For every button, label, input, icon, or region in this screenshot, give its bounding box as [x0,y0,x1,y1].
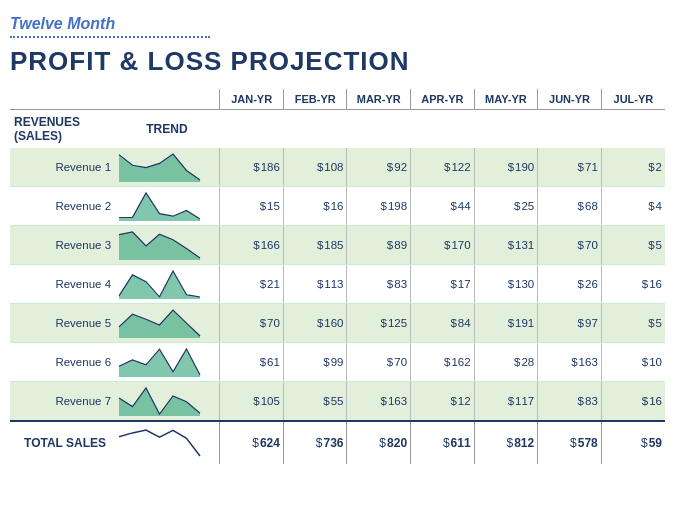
table-row: Revenue 4 $21$113$83$17$130$26$16 [10,265,665,304]
value-cell: $12 [411,382,475,422]
col-jul: JUL-YR [601,89,665,110]
total-value-cell: $820 [347,421,411,464]
value-cell: $55 [283,382,347,422]
table-row: Revenue 7 $105$55$163$12$117$83$16 [10,382,665,422]
total-row: TOTAL SALES $624$736$820$611$812$578$59 [10,421,665,464]
trend-sparkline [114,187,220,226]
value-cell: $17 [411,265,475,304]
row-label: Revenue 4 [10,265,114,304]
row-label: Revenue 2 [10,187,114,226]
col-label-header [10,89,114,110]
value-cell: $160 [283,304,347,343]
value-cell: $185 [283,226,347,265]
col-may: MAY-YR [474,89,538,110]
trend-sparkline [114,343,220,382]
value-cell: $16 [601,382,665,422]
subtitle: Twelve Month [10,15,665,33]
value-cell: $28 [474,343,538,382]
value-cell: $108 [283,148,347,187]
value-cell: $97 [538,304,602,343]
value-cell: $122 [411,148,475,187]
row-label: Revenue 7 [10,382,114,422]
trend-sparkline [114,304,220,343]
value-cell: $84 [411,304,475,343]
value-cell: $166 [220,226,284,265]
table-row: Revenue 2 $15$16$198$44$25$68$4 [10,187,665,226]
value-cell: $186 [220,148,284,187]
total-value-cell: $611 [411,421,475,464]
section-header-row: REVENUES (SALES) TREND [10,110,665,149]
value-cell: $16 [601,265,665,304]
value-cell: $83 [347,265,411,304]
trend-sparkline [114,226,220,265]
page-title: PROFIT & LOSS PROJECTION [10,46,665,77]
col-apr: APR-YR [411,89,475,110]
value-cell: $61 [220,343,284,382]
table-row: Revenue 5 $70$160$125$84$191$97$5 [10,304,665,343]
value-cell: $70 [220,304,284,343]
value-cell: $21 [220,265,284,304]
profit-loss-table: JAN-YR FEB-YR MAR-YR APR-YR MAY-YR JUN-Y… [10,89,665,464]
value-cell: $191 [474,304,538,343]
total-label: TOTAL SALES [10,421,114,464]
divider [10,36,210,38]
value-cell: $4 [601,187,665,226]
value-cell: $170 [411,226,475,265]
col-trend-header [114,89,220,110]
total-value-cell: $736 [283,421,347,464]
section-label: REVENUES (SALES) [10,110,114,149]
table-row: Revenue 6 $61$99$70$162$28$163$10 [10,343,665,382]
col-feb: FEB-YR [283,89,347,110]
trend-sparkline [114,382,220,422]
value-cell: $2 [601,148,665,187]
table-row: Revenue 1 $186$108$92$122$190$71$2 [10,148,665,187]
value-cell: $70 [538,226,602,265]
value-cell: $190 [474,148,538,187]
row-label: Revenue 6 [10,343,114,382]
value-cell: $71 [538,148,602,187]
col-mar: MAR-YR [347,89,411,110]
value-cell: $113 [283,265,347,304]
value-cell: $15 [220,187,284,226]
value-cell: $105 [220,382,284,422]
value-cell: $5 [601,304,665,343]
value-cell: $131 [474,226,538,265]
total-value-cell: $624 [220,421,284,464]
total-sparkline [114,421,220,464]
total-value-cell: $578 [538,421,602,464]
value-cell: $92 [347,148,411,187]
col-jun: JUN-YR [538,89,602,110]
table-header-row: JAN-YR FEB-YR MAR-YR APR-YR MAY-YR JUN-Y… [10,89,665,110]
row-label: Revenue 3 [10,226,114,265]
value-cell: $70 [347,343,411,382]
value-cell: $162 [411,343,475,382]
title-section: Twelve Month [10,15,665,38]
value-cell: $117 [474,382,538,422]
total-value-cell: $59 [601,421,665,464]
value-cell: $83 [538,382,602,422]
value-cell: $26 [538,265,602,304]
value-cell: $130 [474,265,538,304]
value-cell: $68 [538,187,602,226]
table-row: Revenue 3 $166$185$89$170$131$70$5 [10,226,665,265]
value-cell: $44 [411,187,475,226]
value-cell: $10 [601,343,665,382]
row-label: Revenue 1 [10,148,114,187]
value-cell: $16 [283,187,347,226]
value-cell: $163 [347,382,411,422]
value-cell: $89 [347,226,411,265]
value-cell: $5 [601,226,665,265]
trend-sparkline [114,265,220,304]
col-jan: JAN-YR [220,89,284,110]
value-cell: $25 [474,187,538,226]
data-table-wrapper: JAN-YR FEB-YR MAR-YR APR-YR MAY-YR JUN-Y… [10,89,665,464]
trend-sparkline [114,148,220,187]
total-value-cell: $812 [474,421,538,464]
row-label: Revenue 5 [10,304,114,343]
trend-label: TREND [114,110,220,149]
value-cell: $125 [347,304,411,343]
value-cell: $198 [347,187,411,226]
value-cell: $99 [283,343,347,382]
value-cell: $163 [538,343,602,382]
